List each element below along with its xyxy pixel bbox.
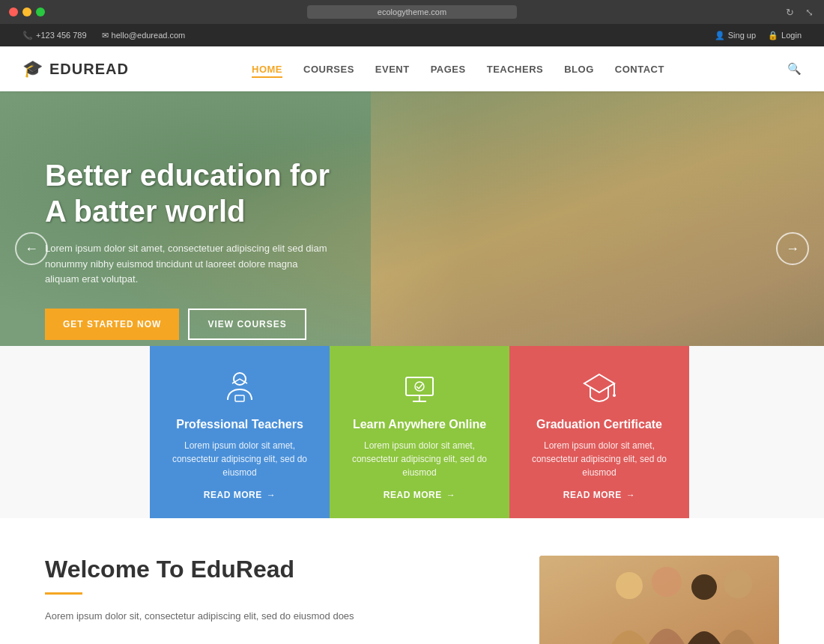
card-online-title: Learn Anywhere Online	[348, 418, 491, 431]
hero-subtitle: Lorem ipsum dolor sit amet, consectetuer…	[45, 241, 330, 288]
hero-content: Better education for A batter world Lore…	[0, 157, 330, 340]
top-bar: 📞 +123 456 789 ✉ hello@eduread.com 👤 Sin…	[0, 24, 824, 46]
welcome-people-photo	[539, 556, 779, 644]
login-link[interactable]: 🔒 Login	[768, 31, 802, 40]
arrow-right-icon: →	[267, 490, 276, 500]
card-teachers-link[interactable]: READ MORE →	[168, 490, 312, 500]
hero-title: Better education for A batter world	[45, 157, 330, 229]
user-icon: 👤	[715, 31, 725, 40]
welcome-underline	[45, 592, 82, 595]
teacher-icon	[168, 368, 312, 407]
card-online-link[interactable]: READ MORE →	[348, 490, 491, 500]
svg-point-11	[652, 567, 682, 597]
welcome-text: Welcome To EduRead Aorem ipsum dolor sit…	[45, 556, 509, 625]
nav-link-contact[interactable]: CONTACT	[615, 64, 664, 75]
email-info: ✉ hello@eduread.com	[102, 31, 186, 40]
url-bar[interactable]: ecologytheme.com	[307, 5, 517, 19]
feature-card-online: Learn Anywhere Online Lorem ipsum dolor …	[330, 346, 509, 518]
welcome-title: Welcome To EduRead	[45, 556, 509, 583]
hero-buttons: GET STARTED NOW VIEW COURSES	[45, 309, 330, 340]
nav-link-event[interactable]: EVENT	[375, 64, 410, 75]
feature-cards: Professional Teachers Lorem ipsum dolor …	[150, 346, 689, 518]
card-graduation-desc: Lorem ipsum dolor sit amet, consectetur …	[527, 439, 671, 479]
email-icon: ✉	[102, 31, 109, 40]
nav-link-courses[interactable]: COURSES	[303, 64, 354, 75]
feature-card-graduation: Graduation Certificate Lorem ipsum dolor…	[509, 346, 689, 518]
browser-chrome: ecologytheme.com ↻ ⤡	[0, 0, 824, 24]
svg-point-10	[616, 572, 643, 599]
browser-dot-close[interactable]	[9, 7, 18, 16]
reload-icon[interactable]: ↻	[786, 7, 794, 18]
hero-next-arrow[interactable]: →	[776, 232, 809, 265]
nav-links: HOME COURSES EVENT PAGES TEACHERS BLOG C…	[252, 62, 664, 76]
nav-item-blog[interactable]: BLOG	[564, 62, 594, 76]
get-started-button[interactable]: GET STARTED NOW	[45, 309, 179, 340]
navbar: 🎓 EDUREAD HOME COURSES EVENT PAGES TEACH…	[0, 46, 824, 91]
card-online-desc: Lorem ipsum dolor sit amet, consectetur …	[348, 439, 491, 479]
welcome-desc: Aorem ipsum dolor sit, consectetur adipi…	[45, 608, 509, 625]
logo[interactable]: 🎓 EDUREAD	[22, 59, 129, 79]
card-graduation-title: Graduation Certificate	[527, 418, 671, 431]
feature-card-teachers: Professional Teachers Lorem ipsum dolor …	[150, 346, 330, 518]
svg-marker-6	[584, 374, 614, 392]
nav-link-blog[interactable]: BLOG	[564, 64, 594, 75]
nav-item-home[interactable]: HOME	[252, 62, 282, 76]
nav-link-teachers[interactable]: TEACHERS	[487, 64, 544, 75]
svg-point-8	[613, 394, 616, 397]
svg-point-5	[415, 382, 424, 391]
card-teachers-desc: Lorem ipsum dolor sit amet, consectetur …	[168, 439, 312, 479]
browser-dot-minimize[interactable]	[22, 7, 31, 16]
svg-rect-1	[235, 395, 244, 401]
email-address: hello@eduread.com	[112, 31, 186, 40]
nav-link-home[interactable]: HOME	[252, 64, 282, 78]
browser-dot-maximize[interactable]	[36, 7, 45, 16]
view-courses-button[interactable]: VIEW COURSES	[188, 309, 306, 340]
nav-item-teachers[interactable]: TEACHERS	[487, 62, 544, 76]
hero-prev-arrow[interactable]: ←	[15, 232, 48, 265]
nav-item-contact[interactable]: CONTACT	[615, 62, 664, 76]
expand-icon[interactable]: ⤡	[805, 7, 814, 18]
welcome-section: Welcome To EduRead Aorem ipsum dolor sit…	[0, 518, 824, 644]
search-icon[interactable]: 🔍	[787, 62, 802, 76]
phone-icon: 📞	[22, 31, 33, 40]
welcome-image	[539, 556, 779, 644]
signup-link[interactable]: 👤 Sing up	[715, 31, 756, 40]
arrow-right-icon-3: →	[626, 490, 636, 500]
online-icon	[348, 368, 491, 407]
phone-info: 📞 +123 456 789	[22, 31, 87, 40]
lock-icon: 🔒	[768, 31, 778, 40]
svg-point-12	[691, 574, 717, 600]
phone-number: +123 456 789	[36, 31, 87, 40]
logo-text: EDUREAD	[49, 61, 129, 78]
top-bar-left: 📞 +123 456 789 ✉ hello@eduread.com	[22, 31, 185, 40]
svg-rect-2	[406, 377, 433, 395]
nav-item-pages[interactable]: PAGES	[431, 62, 466, 76]
nav-item-courses[interactable]: COURSES	[303, 62, 354, 76]
logo-icon: 🎓	[22, 59, 43, 79]
graduation-icon	[527, 368, 671, 407]
nav-link-pages[interactable]: PAGES	[431, 64, 466, 75]
card-graduation-link[interactable]: READ MORE →	[527, 490, 671, 500]
nav-item-event[interactable]: EVENT	[375, 62, 410, 76]
arrow-right-icon-2: →	[446, 490, 456, 500]
svg-point-13	[724, 570, 752, 598]
card-teachers-title: Professional Teachers	[168, 418, 312, 431]
top-bar-right: 👤 Sing up 🔒 Login	[715, 31, 802, 40]
